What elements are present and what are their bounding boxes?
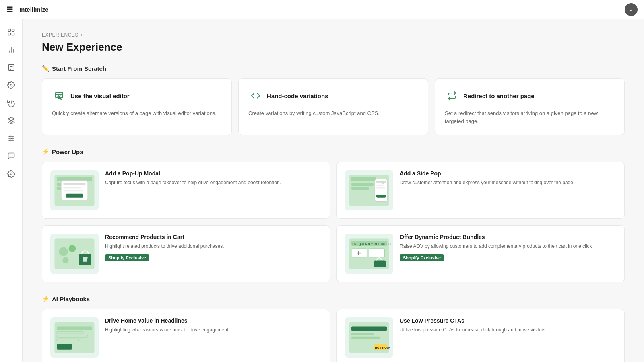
svg-rect-61 [351,333,374,335]
drive-home-value-info: Drive Home Value in Headlines Highlighti… [105,317,322,333]
svg-rect-56 [57,335,88,338]
svg-rect-32 [351,177,376,181]
dynamic-bundles-info: Offer Dynamic Product Bundles Raise AOV … [400,234,616,261]
breadcrumb-parent[interactable]: EXPERIENCES [42,32,78,38]
powerups-section-heading: ⚡ Power Ups [42,148,625,155]
popup-modal-desc: Capture focus with a page takeover to he… [105,179,322,186]
side-pop-thumb [345,170,393,210]
svg-text:BUY NOW: BUY NOW [375,346,390,350]
card-side-pop[interactable]: Add a Side Pop Draw customer attention a… [336,162,625,219]
card-hand-code[interactable]: Hand-code variations Create variations b… [238,78,428,135]
side-pop-info: Add a Side Pop Draw customer attention a… [400,170,616,190]
card-drive-home-value[interactable]: Drive Home Value in Headlines Highlighti… [42,309,330,362]
user-avatar[interactable]: J [625,3,638,16]
svg-rect-55 [57,332,83,334]
card-recommend-products[interactable]: Recommend Products in Cart Highlight rel… [42,225,330,282]
dynamic-bundles-thumb: FREQUENTLY BOUGHT TOGETHER ➕ [345,234,393,274]
hand-code-title: Hand-code variations [267,93,328,99]
recommend-products-desc: Highlight related products to drive addi… [105,243,322,250]
low-pressure-ctas-thumb: BUY NOW [345,317,393,358]
recommend-products-title: Recommend Products in Cart [105,234,322,240]
sidebar-item-dashboard[interactable] [3,24,19,40]
popup-modal-thumb [50,170,99,210]
svg-rect-7 [8,65,14,71]
side-pop-title: Add a Side Pop [400,170,616,177]
redirect-title: Redirect to another page [463,93,535,99]
powerups-icon: ⚡ [42,148,50,155]
app-logo: ☰ Intellimize [6,5,49,14]
sidebar-item-history[interactable] [3,95,19,111]
sidebar-item-messages[interactable] [3,148,19,164]
scratch-section-heading: ✏️ Start From Scratch [42,65,625,72]
svg-rect-62 [351,337,380,339]
drive-home-value-desc: Highlighting what visitors value most to… [105,326,322,333]
svg-point-43 [69,245,76,252]
svg-rect-57 [57,339,79,341]
hamburger-icon[interactable]: ☰ [6,5,13,14]
card-popup-modal[interactable]: Add a Pop-Up Modal Capture focus with a … [42,162,330,219]
svg-point-39 [381,181,385,184]
breadcrumb-arrow: › [81,32,83,38]
card-dynamic-bundles[interactable]: FREQUENTLY BOUGHT TOGETHER ➕ Offer Dynam… [336,225,625,282]
card-visual-editor[interactable]: Use the visual editor Quickly create alt… [42,78,232,135]
breadcrumb: EXPERIENCES › [42,32,625,38]
drive-home-value-thumb [50,317,99,358]
svg-rect-58 [57,344,72,350]
visual-editor-icon [52,88,66,103]
playbooks-icon: ⚡ [42,295,50,302]
svg-rect-60 [351,327,387,331]
main-content: EXPERIENCES › New Experience ✏️ Start Fr… [23,19,644,362]
sidebar-item-experiences[interactable] [3,113,19,129]
svg-rect-29 [64,190,84,191]
dynamic-bundles-badge: Shopify Exclusive [400,254,444,261]
svg-rect-50 [369,249,385,257]
card-redirect[interactable]: Redirect to another page Set a redirect … [435,78,625,135]
topbar: ☰ Intellimize J [0,0,644,19]
recommend-products-info: Recommend Products in Cart Highlight rel… [105,234,322,261]
low-pressure-ctas-desc: Utilize low pressure CTAs to increase cl… [400,326,616,333]
card-low-pressure-ctas[interactable]: BUY NOW Use Low Pressure CTAs Utilize lo… [336,309,625,362]
sidebar [0,19,23,362]
playbooks-cards-grid: Drive Home Value in Headlines Highlighti… [42,309,625,362]
visual-editor-desc: Quickly create alternate versions of a p… [52,109,222,117]
svg-rect-3 [12,33,14,35]
svg-text:FREQUENTLY BOUGHT TOGETHER: FREQUENTLY BOUGHT TOGETHER [352,242,391,246]
scratch-icon: ✏️ [42,65,50,72]
side-pop-desc: Draw customer attention and express your… [400,179,616,186]
dynamic-bundles-title: Offer Dynamic Product Bundles [400,234,616,240]
svg-text:➕: ➕ [357,251,361,255]
sidebar-item-tuning[interactable] [3,130,19,146]
svg-point-15 [9,136,10,137]
popup-modal-info: Add a Pop-Up Modal Capture focus with a … [105,170,322,190]
drive-home-value-title: Drive Home Value in Headlines [105,317,322,324]
scratch-cards-grid: Use the visual editor Quickly create alt… [42,78,625,135]
svg-point-44 [62,257,68,263]
recommend-products-thumb [50,234,99,274]
svg-rect-0 [8,29,10,32]
visual-editor-title: Use the visual editor [70,93,130,99]
hand-code-icon [248,88,263,103]
sidebar-item-settings[interactable] [3,77,19,93]
page-title: New Experience [42,41,625,53]
svg-rect-30 [66,194,83,198]
svg-point-18 [10,173,12,175]
redirect-desc: Set a redirect that sends visitors arriv… [445,109,615,125]
svg-rect-37 [376,185,384,186]
svg-rect-54 [57,327,92,330]
svg-point-16 [11,138,12,139]
sidebar-item-analytics[interactable] [3,42,19,58]
low-pressure-ctas-title: Use Low Pressure CTAs [400,317,616,324]
hand-code-desc: Create variations by writing custom Java… [248,109,418,117]
app-title: Intellimize [19,6,49,13]
svg-point-17 [9,140,10,141]
svg-rect-40 [376,195,386,198]
powerups-cards-grid: Add a Pop-Up Modal Capture focus with a … [42,162,625,282]
sidebar-item-reports[interactable] [3,60,19,76]
dynamic-bundles-desc: Raise AOV by allowing customers to add c… [400,243,616,250]
svg-rect-38 [376,187,385,188]
sidebar-item-system[interactable] [3,166,19,182]
redirect-icon [445,88,459,103]
low-pressure-ctas-info: Use Low Pressure CTAs Utilize low pressu… [400,317,616,333]
svg-rect-1 [12,29,14,32]
svg-rect-52 [374,261,386,268]
